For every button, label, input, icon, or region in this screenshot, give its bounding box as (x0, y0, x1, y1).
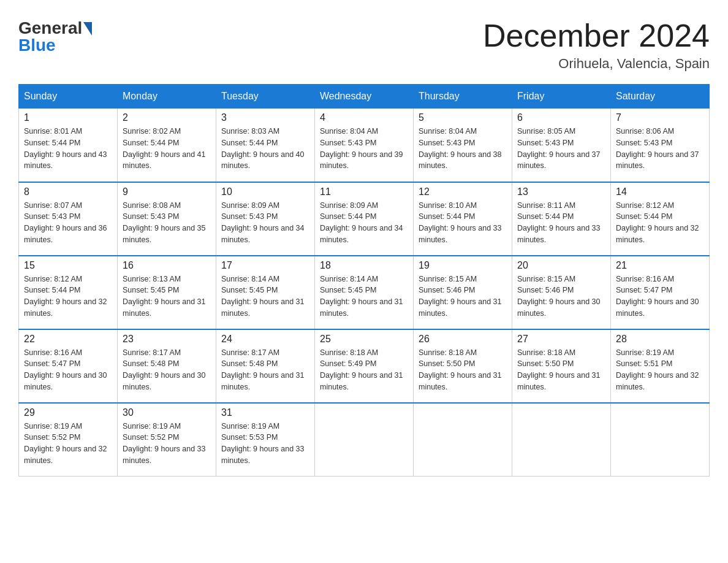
table-row (315, 403, 414, 477)
day-number: 7 (616, 112, 704, 123)
calendar-week-row: 8 Sunrise: 8:07 AM Sunset: 5:43 PM Dayli… (19, 182, 710, 256)
table-row: 26 Sunrise: 8:18 AM Sunset: 5:50 PM Dayl… (414, 329, 512, 403)
calendar-header-row: Sunday Monday Tuesday Wednesday Thursday… (19, 85, 710, 109)
day-number: 29 (24, 407, 112, 418)
day-info: Sunrise: 8:15 AM Sunset: 5:46 PM Dayligh… (517, 274, 605, 320)
header-friday: Friday (512, 85, 611, 109)
day-number: 22 (24, 334, 112, 345)
table-row (414, 403, 512, 477)
table-row: 14 Sunrise: 8:12 AM Sunset: 5:44 PM Dayl… (611, 182, 710, 256)
table-row: 22 Sunrise: 8:16 AM Sunset: 5:47 PM Dayl… (19, 329, 118, 403)
logo-blue-text: Blue (18, 36, 56, 55)
day-info: Sunrise: 8:17 AM Sunset: 5:48 PM Dayligh… (221, 347, 309, 393)
day-number: 6 (517, 112, 605, 123)
day-info: Sunrise: 8:11 AM Sunset: 5:44 PM Dayligh… (517, 200, 605, 246)
table-row: 20 Sunrise: 8:15 AM Sunset: 5:46 PM Dayl… (512, 256, 611, 329)
day-number: 20 (517, 260, 605, 271)
day-number: 1 (24, 112, 112, 123)
day-info: Sunrise: 8:01 AM Sunset: 5:44 PM Dayligh… (24, 126, 112, 172)
day-number: 8 (24, 186, 112, 197)
table-row: 5 Sunrise: 8:04 AM Sunset: 5:43 PM Dayli… (414, 109, 512, 182)
table-row: 3 Sunrise: 8:03 AM Sunset: 5:44 PM Dayli… (216, 109, 315, 182)
day-number: 10 (221, 186, 309, 197)
logo-arrow-icon (83, 22, 92, 36)
table-row: 18 Sunrise: 8:14 AM Sunset: 5:45 PM Dayl… (315, 256, 414, 329)
table-row: 7 Sunrise: 8:06 AM Sunset: 5:43 PM Dayli… (611, 109, 710, 182)
day-info: Sunrise: 8:18 AM Sunset: 5:50 PM Dayligh… (419, 347, 507, 393)
day-number: 26 (419, 334, 507, 345)
day-info: Sunrise: 8:18 AM Sunset: 5:49 PM Dayligh… (320, 347, 408, 393)
day-info: Sunrise: 8:09 AM Sunset: 5:44 PM Dayligh… (320, 200, 408, 246)
day-number: 14 (616, 186, 704, 197)
day-number: 23 (123, 334, 211, 345)
header-tuesday: Tuesday (216, 85, 315, 109)
day-number: 16 (123, 260, 211, 271)
table-row: 1 Sunrise: 8:01 AM Sunset: 5:44 PM Dayli… (19, 109, 118, 182)
day-info: Sunrise: 8:02 AM Sunset: 5:44 PM Dayligh… (123, 126, 211, 172)
table-row: 11 Sunrise: 8:09 AM Sunset: 5:44 PM Dayl… (315, 182, 414, 256)
day-info: Sunrise: 8:19 AM Sunset: 5:53 PM Dayligh… (221, 421, 309, 467)
table-row (512, 403, 611, 477)
day-info: Sunrise: 8:08 AM Sunset: 5:43 PM Dayligh… (123, 200, 211, 246)
table-row: 17 Sunrise: 8:14 AM Sunset: 5:45 PM Dayl… (216, 256, 315, 329)
day-info: Sunrise: 8:10 AM Sunset: 5:44 PM Dayligh… (419, 200, 507, 246)
day-number: 4 (320, 112, 408, 123)
calendar-week-row: 29 Sunrise: 8:19 AM Sunset: 5:52 PM Dayl… (19, 403, 710, 477)
table-row (611, 403, 710, 477)
table-row: 19 Sunrise: 8:15 AM Sunset: 5:46 PM Dayl… (414, 256, 512, 329)
day-number: 9 (123, 186, 211, 197)
day-info: Sunrise: 8:16 AM Sunset: 5:47 PM Dayligh… (24, 347, 112, 393)
day-info: Sunrise: 8:13 AM Sunset: 5:45 PM Dayligh… (123, 274, 211, 320)
table-row: 10 Sunrise: 8:09 AM Sunset: 5:43 PM Dayl… (216, 182, 315, 256)
day-number: 12 (419, 186, 507, 197)
table-row: 4 Sunrise: 8:04 AM Sunset: 5:43 PM Dayli… (315, 109, 414, 182)
day-info: Sunrise: 8:07 AM Sunset: 5:43 PM Dayligh… (24, 200, 112, 246)
day-info: Sunrise: 8:14 AM Sunset: 5:45 PM Dayligh… (221, 274, 309, 320)
day-number: 27 (517, 334, 605, 345)
calendar-week-row: 1 Sunrise: 8:01 AM Sunset: 5:44 PM Dayli… (19, 109, 710, 182)
table-row: 12 Sunrise: 8:10 AM Sunset: 5:44 PM Dayl… (414, 182, 512, 256)
table-row: 9 Sunrise: 8:08 AM Sunset: 5:43 PM Dayli… (118, 182, 216, 256)
calendar-table: Sunday Monday Tuesday Wednesday Thursday… (18, 84, 710, 477)
table-row: 30 Sunrise: 8:19 AM Sunset: 5:52 PM Dayl… (118, 403, 216, 477)
location-title: Orihuela, Valencia, Spain (483, 56, 710, 72)
calendar-week-row: 15 Sunrise: 8:12 AM Sunset: 5:44 PM Dayl… (19, 256, 710, 329)
table-row: 13 Sunrise: 8:11 AM Sunset: 5:44 PM Dayl… (512, 182, 611, 256)
day-info: Sunrise: 8:09 AM Sunset: 5:43 PM Dayligh… (221, 200, 309, 246)
day-info: Sunrise: 8:19 AM Sunset: 5:51 PM Dayligh… (616, 347, 704, 393)
day-info: Sunrise: 8:15 AM Sunset: 5:46 PM Dayligh… (419, 274, 507, 320)
day-number: 13 (517, 186, 605, 197)
day-info: Sunrise: 8:17 AM Sunset: 5:48 PM Dayligh… (123, 347, 211, 393)
table-row: 6 Sunrise: 8:05 AM Sunset: 5:43 PM Dayli… (512, 109, 611, 182)
header-saturday: Saturday (611, 85, 710, 109)
table-row: 31 Sunrise: 8:19 AM Sunset: 5:53 PM Dayl… (216, 403, 315, 477)
day-number: 25 (320, 334, 408, 345)
logo: General Blue (18, 18, 92, 55)
table-row: 28 Sunrise: 8:19 AM Sunset: 5:51 PM Dayl… (611, 329, 710, 403)
day-number: 5 (419, 112, 507, 123)
day-number: 24 (221, 334, 309, 345)
day-info: Sunrise: 8:12 AM Sunset: 5:44 PM Dayligh… (616, 200, 704, 246)
table-row: 25 Sunrise: 8:18 AM Sunset: 5:49 PM Dayl… (315, 329, 414, 403)
table-row: 16 Sunrise: 8:13 AM Sunset: 5:45 PM Dayl… (118, 256, 216, 329)
day-number: 3 (221, 112, 309, 123)
table-row: 8 Sunrise: 8:07 AM Sunset: 5:43 PM Dayli… (19, 182, 118, 256)
day-number: 17 (221, 260, 309, 271)
day-info: Sunrise: 8:05 AM Sunset: 5:43 PM Dayligh… (517, 126, 605, 172)
day-info: Sunrise: 8:19 AM Sunset: 5:52 PM Dayligh… (24, 421, 112, 467)
day-info: Sunrise: 8:16 AM Sunset: 5:47 PM Dayligh… (616, 274, 704, 320)
day-number: 21 (616, 260, 704, 271)
table-row: 27 Sunrise: 8:18 AM Sunset: 5:50 PM Dayl… (512, 329, 611, 403)
day-number: 2 (123, 112, 211, 123)
day-number: 15 (24, 260, 112, 271)
day-info: Sunrise: 8:18 AM Sunset: 5:50 PM Dayligh… (517, 347, 605, 393)
table-row: 23 Sunrise: 8:17 AM Sunset: 5:48 PM Dayl… (118, 329, 216, 403)
day-info: Sunrise: 8:19 AM Sunset: 5:52 PM Dayligh… (123, 421, 211, 467)
header-monday: Monday (118, 85, 216, 109)
day-info: Sunrise: 8:04 AM Sunset: 5:43 PM Dayligh… (419, 126, 507, 172)
day-info: Sunrise: 8:04 AM Sunset: 5:43 PM Dayligh… (320, 126, 408, 172)
header-wednesday: Wednesday (315, 85, 414, 109)
day-number: 28 (616, 334, 704, 345)
table-row: 29 Sunrise: 8:19 AM Sunset: 5:52 PM Dayl… (19, 403, 118, 477)
day-number: 19 (419, 260, 507, 271)
